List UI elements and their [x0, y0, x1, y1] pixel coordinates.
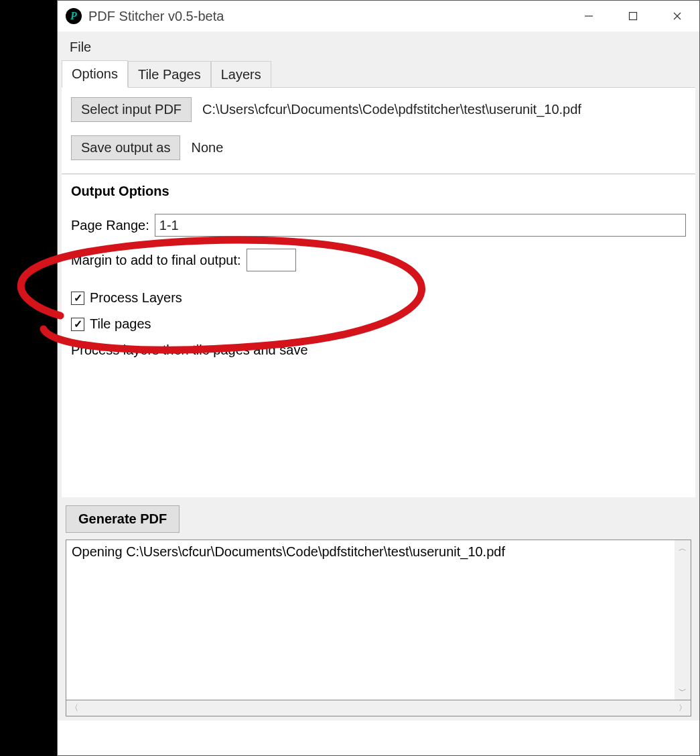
tab-options[interactable]: Options — [62, 60, 128, 88]
vertical-scrollbar[interactable]: ︿ ﹀ — [675, 540, 691, 700]
process-order-note: Process layers then tile pages and save — [71, 342, 686, 358]
close-button[interactable] — [655, 1, 699, 32]
log-line: Opening C:\Users\cfcur\Documents\Code\pd… — [72, 544, 669, 560]
process-layers-checkbox[interactable] — [71, 292, 84, 305]
horizontal-scrollbar[interactable]: 〈 〉 — [66, 700, 691, 716]
output-options-title: Output Options — [71, 184, 686, 199]
margin-input[interactable] — [247, 249, 296, 271]
log-content[interactable]: Opening C:\Users\cfcur\Documents\Code\pd… — [66, 540, 675, 700]
log-output: Opening C:\Users\cfcur\Documents\Code\pd… — [66, 540, 691, 700]
input-pdf-path: C:\Users\cfcur\Documents\Code\pdfstitche… — [202, 102, 581, 117]
save-output-as-button[interactable]: Save output as — [71, 135, 180, 160]
tile-pages-label: Tile pages — [90, 316, 151, 332]
tile-pages-checkbox[interactable] — [71, 318, 84, 331]
window-title: PDF Stitcher v0.5-beta — [88, 9, 567, 24]
tab-layers[interactable]: Layers — [211, 61, 271, 88]
select-input-pdf-button[interactable]: Select input PDF — [71, 97, 192, 122]
minimize-button[interactable] — [567, 1, 611, 32]
output-path: None — [191, 140, 223, 155]
output-options-section: Output Options Page Range: Margin to add… — [71, 184, 686, 358]
svg-rect-1 — [630, 13, 637, 20]
app-window: P PDF Stitcher v0.5-beta File Options Ti… — [57, 0, 700, 756]
process-layers-label: Process Layers — [90, 290, 182, 306]
page-range-input[interactable] — [155, 214, 686, 237]
menu-file[interactable]: File — [64, 38, 96, 56]
tab-tile-pages[interactable]: Tile Pages — [128, 61, 211, 88]
tab-row: Options Tile Pages Layers — [62, 58, 695, 87]
app-icon: P — [66, 8, 82, 24]
page-range-label: Page Range: — [71, 218, 149, 233]
scroll-right-icon: 〉 — [679, 702, 687, 714]
titlebar: P PDF Stitcher v0.5-beta — [58, 1, 699, 32]
menubar: File Options Tile Pages Layers Select in… — [58, 32, 699, 720]
scroll-left-icon: 〈 — [70, 702, 78, 714]
scroll-down-icon: ﹀ — [679, 686, 687, 697]
window-controls — [567, 1, 699, 32]
maximize-button[interactable] — [611, 1, 655, 32]
margin-label: Margin to add to final output: — [71, 253, 241, 268]
options-panel: Select input PDF C:\Users\cfcur\Document… — [62, 87, 695, 497]
scroll-up-icon: ︿ — [679, 543, 687, 554]
app-icon-letter: P — [70, 10, 77, 22]
generate-pdf-button[interactable]: Generate PDF — [66, 505, 180, 533]
divider — [62, 174, 695, 174]
